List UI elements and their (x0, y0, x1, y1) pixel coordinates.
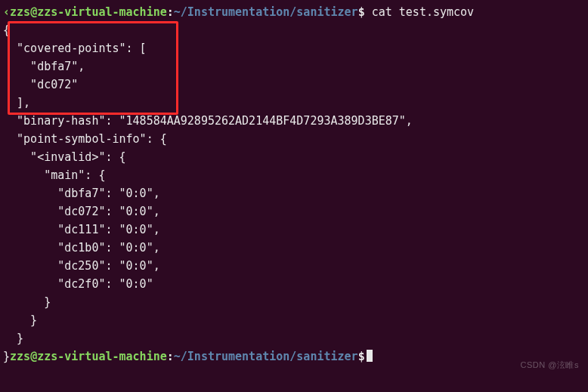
json-covered-close: ], (3, 94, 588, 112)
watermark: CSDN @泫睢s (521, 356, 579, 374)
terminal-output: ‹zzs@zzs-virtual-machine:~/Instrumentati… (3, 3, 588, 366)
json-open-brace: { (3, 21, 588, 39)
prompt-dollar: $ (358, 350, 365, 363)
prompt-line-1[interactable]: ‹zzs@zzs-virtual-machine:~/Instrumentati… (3, 3, 588, 21)
json-point-dc072: "dc072" (3, 76, 588, 94)
prompt-at: @ (30, 350, 37, 363)
json-point-symbol-info: "point-symbol-info": { (3, 130, 588, 148)
json-main-dc1b0: "dc1b0": "0:0", (3, 239, 588, 257)
json-main-dc072: "dc072": "0:0", (3, 202, 588, 221)
prompt-colon: : (167, 350, 174, 363)
prompt-host: zzs-virtual-machine (37, 5, 167, 19)
prompt-at: @ (30, 5, 37, 19)
json-invalid-close: } (3, 311, 588, 329)
json-main-key: "main": { (3, 166, 588, 184)
prompt-colon: : (167, 5, 174, 19)
command-text: cat test.symcov (365, 5, 475, 19)
json-binary-hash: "binary-hash": "148584AA92895262AD2144BF… (3, 112, 588, 130)
json-covered-points-key: "covered-points": [ (3, 39, 588, 57)
json-main-dbfa7: "dbfa7": "0:0", (3, 184, 588, 202)
prompt-user: zzs (10, 350, 30, 363)
json-main-dc111: "dc111": "0:0", (3, 221, 588, 239)
prompt-dollar: $ (358, 5, 365, 19)
prompt-host: zzs-virtual-machine (37, 350, 167, 363)
cursor[interactable] (367, 350, 373, 362)
json-invalid-key: "<invalid>": { (3, 148, 588, 166)
prompt-line-2[interactable]: }zzs@zzs-virtual-machine:~/Instrumentati… (3, 347, 588, 366)
prompt-path: ~/Instrumentation/sanitizer (174, 350, 358, 363)
prompt-user: zzs (10, 5, 30, 19)
json-close-brace: } (3, 350, 10, 363)
json-main-dc250: "dc250": "0:0", (3, 257, 588, 275)
prompt-path: ~/Instrumentation/sanitizer (174, 5, 358, 19)
json-main-close: } (3, 293, 588, 311)
json-point-dbfa7: "dbfa7", (3, 57, 588, 76)
prompt-prefix: ‹ (3, 5, 10, 19)
json-main-dc2f0: "dc2f0": "0:0" (3, 275, 588, 293)
json-psym-close: } (3, 329, 588, 347)
